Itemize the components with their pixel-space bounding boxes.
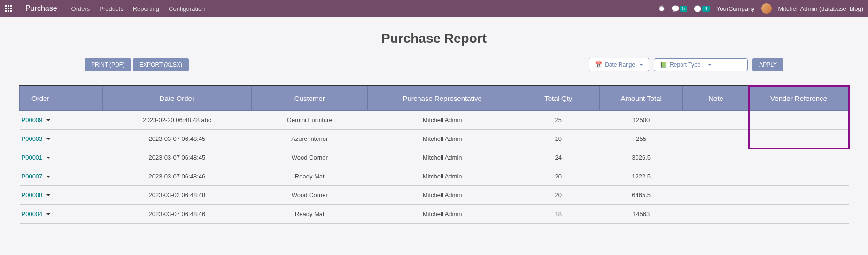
report-table: Order Date Order Customer Purchase Repre… bbox=[19, 86, 849, 224]
cell-note bbox=[682, 148, 749, 167]
order-link[interactable]: P00003 bbox=[22, 135, 51, 142]
th-total-qty: Total Qty bbox=[517, 86, 600, 111]
cell-date: 2023-03-07 06:48:46 bbox=[102, 167, 252, 186]
clock-badge: 6 bbox=[702, 6, 710, 12]
cell-vendor-ref bbox=[749, 130, 849, 148]
order-link[interactable]: P00004 bbox=[22, 210, 51, 217]
order-link[interactable]: P00008 bbox=[22, 192, 51, 199]
report-type-label: Report Type : bbox=[670, 62, 704, 68]
page-title: Purchase Report bbox=[19, 31, 849, 46]
cell-customer: Ready Mat bbox=[252, 205, 368, 224]
order-link[interactable]: P00009 bbox=[22, 116, 51, 124]
calendar-icon: 📅 bbox=[595, 61, 602, 68]
date-range-label: Date Range bbox=[605, 62, 635, 68]
th-customer: Customer bbox=[252, 86, 368, 111]
export-xlsx-button[interactable]: EXPORT (XLSX) bbox=[133, 58, 189, 71]
cell-vendor-ref bbox=[749, 148, 849, 167]
order-link[interactable]: P00007 bbox=[22, 173, 51, 180]
cell-vendor-ref bbox=[749, 186, 849, 205]
cell-vendor-ref bbox=[749, 205, 849, 224]
cell-note bbox=[682, 186, 749, 205]
cell-amount: 255 bbox=[600, 130, 683, 148]
chevron-down-icon bbox=[46, 213, 50, 215]
cell-customer: Ready Mat bbox=[252, 167, 368, 186]
cell-date: 2023-03-02 06:48:48 bbox=[102, 186, 252, 205]
cell-representative: Mitchell Admin bbox=[368, 186, 517, 205]
th-representative: Purchase Representative bbox=[368, 86, 517, 111]
cell-representative: Mitchell Admin bbox=[368, 167, 517, 186]
toolbar: PRINT (PDF) EXPORT (XLSX) 📅 Date Range R… bbox=[19, 58, 849, 71]
apply-button[interactable]: APPLY bbox=[752, 58, 783, 71]
menu-products[interactable]: Products bbox=[99, 5, 123, 12]
th-vendor-reference: Vendor Reference bbox=[749, 86, 849, 111]
navbar-left: Purchase Orders Products Reporting Confi… bbox=[5, 4, 205, 13]
cell-qty: 25 bbox=[517, 111, 600, 130]
cell-date: 2023-02-20 06:48:48 abc bbox=[102, 111, 252, 130]
apps-grid-icon[interactable] bbox=[5, 5, 12, 12]
debug-icon[interactable] bbox=[658, 5, 665, 12]
menu-reporting[interactable]: Reporting bbox=[133, 5, 159, 12]
cell-customer: Wood Corner bbox=[252, 148, 368, 167]
cell-qty: 20 bbox=[517, 186, 600, 205]
page-content: Purchase Report PRINT (PDF) EXPORT (XLSX… bbox=[0, 17, 868, 233]
table-row: P00007 2023-03-07 06:48:46 Ready Mat Mit… bbox=[20, 167, 849, 186]
chat-badge: 5 bbox=[680, 6, 688, 12]
chevron-down-icon bbox=[46, 138, 50, 140]
chevron-down-icon bbox=[46, 176, 50, 178]
cell-representative: Mitchell Admin bbox=[368, 111, 517, 130]
toolbar-filters: 📅 Date Range Report Type : APPLY bbox=[589, 58, 783, 71]
table-row: P00001 2023-03-07 06:48:45 Wood Corner M… bbox=[20, 148, 849, 167]
navbar-right: 5 6 YourCompany Mitchell Admin (database… bbox=[658, 3, 863, 14]
cell-vendor-ref bbox=[749, 167, 849, 186]
company-switcher[interactable]: YourCompany bbox=[716, 5, 755, 12]
export-buttons: PRINT (PDF) EXPORT (XLSX) bbox=[85, 58, 189, 71]
cell-note bbox=[682, 205, 749, 224]
cell-customer: Azure Interior bbox=[252, 130, 368, 148]
report-table-wrap: Order Date Order Customer Purchase Repre… bbox=[19, 85, 849, 224]
chevron-down-icon bbox=[639, 64, 643, 66]
avatar[interactable] bbox=[761, 3, 772, 14]
cell-amount: 6465.5 bbox=[600, 186, 683, 205]
chevron-down-icon bbox=[46, 157, 50, 159]
th-date-order: Date Order bbox=[102, 86, 252, 111]
th-amount-total: Amount Total bbox=[600, 86, 683, 111]
table-row: P00003 2023-03-07 06:48:45 Azure Interio… bbox=[20, 130, 849, 148]
chevron-down-icon bbox=[46, 119, 50, 121]
report-type-dropdown[interactable]: Report Type : bbox=[654, 58, 748, 71]
cell-amount: 12500 bbox=[600, 111, 683, 130]
user-menu[interactable]: Mitchell Admin (database_blog) bbox=[778, 5, 863, 12]
print-pdf-button[interactable]: PRINT (PDF) bbox=[85, 58, 131, 71]
top-navbar: Purchase Orders Products Reporting Confi… bbox=[0, 0, 868, 17]
order-link[interactable]: P00001 bbox=[22, 154, 51, 161]
table-row: P00008 2023-03-02 06:48:48 Wood Corner M… bbox=[20, 186, 849, 205]
cell-note bbox=[682, 111, 749, 130]
cell-qty: 18 bbox=[517, 205, 600, 224]
table-row: P00004 2023-03-07 06:48:46 Ready Mat Mit… bbox=[20, 205, 849, 224]
cell-representative: Mitchell Admin bbox=[368, 205, 517, 224]
cell-qty: 10 bbox=[517, 130, 600, 148]
cell-representative: Mitchell Admin bbox=[368, 148, 517, 167]
table-container: Order Date Order Customer Purchase Repre… bbox=[19, 85, 849, 224]
book-icon bbox=[660, 62, 667, 68]
cell-date: 2023-03-07 06:48:45 bbox=[102, 130, 252, 148]
date-range-dropdown[interactable]: 📅 Date Range bbox=[589, 58, 649, 71]
cell-amount: 3026.5 bbox=[600, 148, 683, 167]
cell-vendor-ref bbox=[749, 111, 849, 130]
app-name[interactable]: Purchase bbox=[25, 4, 57, 13]
cell-date: 2023-03-07 06:48:46 bbox=[102, 205, 252, 224]
cell-note bbox=[682, 130, 749, 148]
messaging-icon[interactable]: 5 bbox=[672, 5, 688, 12]
th-order: Order bbox=[20, 86, 103, 111]
cell-customer: Wood Corner bbox=[252, 186, 368, 205]
cell-note bbox=[682, 167, 749, 186]
cell-amount: 14563 bbox=[600, 205, 683, 224]
menu-configuration[interactable]: Configuration bbox=[169, 5, 205, 12]
cell-customer: Gemini Furniture bbox=[252, 111, 368, 130]
cell-date: 2023-03-07 06:48:45 bbox=[102, 148, 252, 167]
activities-icon[interactable]: 6 bbox=[694, 5, 710, 12]
chevron-down-icon bbox=[708, 64, 712, 66]
menu-orders[interactable]: Orders bbox=[71, 5, 90, 12]
table-row: P00009 2023-02-20 06:48:48 abc Gemini Fu… bbox=[20, 111, 849, 130]
cell-amount: 1222.5 bbox=[600, 167, 683, 186]
chevron-down-icon bbox=[46, 194, 50, 196]
